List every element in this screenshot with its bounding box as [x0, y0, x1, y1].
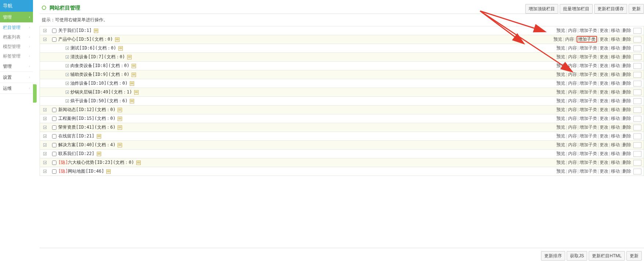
- document-icon[interactable]: [115, 37, 119, 42]
- expand-icon[interactable]: [43, 29, 47, 32]
- action-预览[interactable]: 预览: [556, 116, 565, 121]
- expand-icon[interactable]: [43, 117, 47, 120]
- expand-icon[interactable]: [66, 73, 69, 76]
- action-内容[interactable]: 内容: [568, 116, 577, 121]
- action-内容[interactable]: 内容: [568, 151, 577, 156]
- action-删除[interactable]: 删除: [622, 54, 631, 59]
- action-内容[interactable]: 内容: [568, 72, 577, 77]
- action-增加子类[interactable]: 增加子类: [577, 36, 597, 43]
- action-删除[interactable]: 删除: [622, 116, 631, 121]
- action-增加子类[interactable]: 增加子类: [579, 160, 597, 165]
- action-删除[interactable]: 删除: [622, 89, 631, 95]
- action-增加子类[interactable]: 增加子类: [579, 98, 597, 103]
- document-icon[interactable]: [118, 108, 122, 112]
- row-label[interactable]: 测试[ID:6](文档：0): [70, 45, 116, 51]
- row-label[interactable]: 荣誉资质[ID:41](文档：6): [58, 124, 115, 130]
- footer-button[interactable]: 更新: [626, 251, 642, 261]
- row-checkbox[interactable]: [52, 117, 56, 121]
- document-icon[interactable]: [127, 55, 132, 59]
- action-预览[interactable]: 预览: [556, 63, 565, 68]
- action-更改[interactable]: 更改: [600, 98, 608, 103]
- expand-icon[interactable]: [43, 152, 47, 155]
- sort-input[interactable]: [633, 142, 641, 148]
- row-checkbox[interactable]: [52, 125, 56, 130]
- action-增加子类[interactable]: 增加子类: [579, 151, 597, 156]
- action-删除[interactable]: 删除: [622, 133, 631, 139]
- action-内容[interactable]: 内容: [568, 54, 577, 59]
- action-移动[interactable]: 移动: [611, 28, 620, 33]
- nav-item[interactable]: 运维›: [0, 83, 33, 94]
- action-内容[interactable]: 内容: [568, 169, 577, 174]
- action-移动[interactable]: 移动: [611, 116, 620, 121]
- row-checkbox[interactable]: [52, 37, 56, 42]
- action-内容[interactable]: 内容: [568, 107, 577, 112]
- action-增加子类[interactable]: 增加子类: [579, 81, 597, 86]
- expand-icon[interactable]: [43, 126, 47, 129]
- action-内容[interactable]: 内容: [568, 98, 577, 103]
- sort-input[interactable]: [633, 160, 641, 166]
- action-预览[interactable]: 预览: [556, 133, 565, 139]
- action-预览[interactable]: 预览: [556, 89, 565, 95]
- expand-icon[interactable]: [43, 161, 47, 164]
- action-移动[interactable]: 移动: [611, 89, 620, 95]
- action-增加子类[interactable]: 增加子类: [579, 89, 597, 95]
- action-删除[interactable]: 删除: [622, 81, 631, 86]
- action-预览[interactable]: 预览: [556, 151, 565, 156]
- sidebar-collapse-handle[interactable]: [33, 84, 37, 103]
- row-label[interactable]: 在线留言[ID:21]: [58, 133, 95, 139]
- sort-input[interactable]: [633, 81, 641, 87]
- expand-icon[interactable]: [66, 91, 69, 94]
- action-更改[interactable]: 更改: [600, 133, 608, 139]
- action-增加子类[interactable]: 增加子类: [579, 107, 597, 112]
- expand-icon[interactable]: [43, 143, 47, 147]
- document-icon[interactable]: [97, 134, 101, 139]
- document-icon[interactable]: [136, 161, 141, 165]
- row-checkbox[interactable]: [52, 169, 56, 174]
- footer-button[interactable]: 更新排序: [541, 251, 565, 261]
- action-更改[interactable]: 更改: [600, 116, 608, 121]
- action-增加子类[interactable]: 增加子类: [579, 169, 597, 174]
- header-button[interactable]: 增加顶级栏目: [525, 4, 558, 14]
- action-更改[interactable]: 更改: [600, 169, 608, 174]
- document-icon[interactable]: [106, 169, 111, 174]
- action-预览[interactable]: 预览: [556, 125, 565, 130]
- action-内容[interactable]: 内容: [568, 28, 577, 33]
- action-增加子类[interactable]: 增加子类: [579, 63, 597, 68]
- sort-input[interactable]: [633, 98, 641, 104]
- footer-button[interactable]: 获取JS: [567, 251, 587, 261]
- action-预览[interactable]: 预览: [553, 37, 562, 42]
- row-label[interactable]: 工程案例[ID:15](文档：0): [58, 115, 115, 122]
- action-更改[interactable]: 更改: [600, 142, 608, 147]
- nav-item[interactable]: 管理›: [0, 61, 33, 72]
- row-label[interactable]: 关于我们[ID:1]: [58, 27, 92, 34]
- expand-icon[interactable]: [43, 170, 47, 173]
- action-预览[interactable]: 预览: [556, 54, 565, 59]
- row-label[interactable]: 炒锅夹层锅[ID:49](文档：1): [70, 89, 132, 95]
- action-移动[interactable]: 移动: [611, 63, 620, 68]
- action-内容[interactable]: 内容: [568, 45, 577, 51]
- document-icon[interactable]: [132, 64, 136, 68]
- action-预览[interactable]: 预览: [556, 28, 565, 33]
- action-移动[interactable]: 移动: [611, 45, 620, 51]
- sort-input[interactable]: [633, 63, 641, 69]
- action-更改[interactable]: 更改: [600, 89, 608, 95]
- header-button[interactable]: 更新: [629, 4, 644, 14]
- action-移动[interactable]: 移动: [611, 133, 620, 139]
- document-icon[interactable]: [97, 152, 101, 156]
- row-label[interactable]: 产品中心[ID:5](文档：0): [58, 36, 113, 43]
- action-增加子类[interactable]: 增加子类: [579, 116, 597, 121]
- action-更改[interactable]: 更改: [600, 63, 608, 68]
- action-删除[interactable]: 删除: [622, 63, 631, 68]
- action-删除[interactable]: 删除: [622, 142, 631, 147]
- expand-icon[interactable]: [66, 55, 69, 59]
- sort-input[interactable]: [633, 54, 641, 60]
- action-内容[interactable]: 内容: [568, 142, 577, 147]
- action-预览[interactable]: 预览: [556, 98, 565, 103]
- sort-input[interactable]: [633, 28, 641, 34]
- row-label[interactable]: 辅助类设备[ID:9](文档：0): [70, 71, 129, 78]
- row-checkbox[interactable]: [52, 108, 56, 112]
- expand-icon[interactable]: [43, 38, 47, 41]
- action-移动[interactable]: 移动: [611, 72, 620, 77]
- document-icon[interactable]: [118, 125, 122, 130]
- row-checkbox[interactable]: [52, 161, 56, 165]
